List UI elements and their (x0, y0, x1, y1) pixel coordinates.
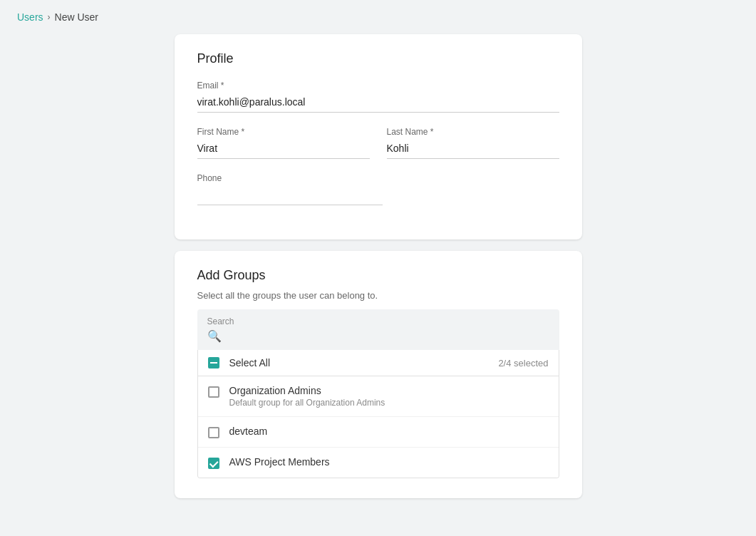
org-admins-desc: Default group for all Organization Admin… (229, 398, 385, 408)
phone-field[interactable] (197, 186, 383, 205)
search-label: Search (207, 316, 549, 326)
org-admins-info: Organization Admins Default group for al… (229, 385, 385, 408)
profile-card: Profile Email * First Name * Last Name *… (175, 34, 582, 239)
breadcrumb-current: New User (55, 11, 98, 23)
devteam-name: devteam (229, 426, 268, 437)
search-icon: 🔍 (207, 329, 222, 343)
groups-title: Add Groups (197, 268, 559, 283)
first-name-label: First Name * (197, 127, 370, 137)
email-group: Email * (197, 81, 559, 113)
groups-scroll[interactable]: Organization Admins Default group for al… (198, 376, 559, 478)
first-name-field[interactable] (197, 140, 370, 159)
search-input[interactable] (226, 331, 549, 342)
name-row: First Name * Last Name * (197, 127, 559, 173)
aws-project-name: AWS Project Members (229, 456, 330, 468)
list-item[interactable]: devteam (198, 417, 559, 448)
breadcrumb: Users › New User (0, 0, 756, 34)
breadcrumb-users-link[interactable]: Users (17, 11, 43, 23)
select-all-checkbox[interactable] (208, 357, 219, 368)
select-all-row[interactable]: Select All 2/4 selected (198, 350, 559, 376)
last-name-group: Last Name * (387, 127, 559, 159)
phone-label: Phone (197, 173, 383, 183)
search-icon-row: 🔍 (207, 329, 549, 343)
search-box: Search 🔍 (197, 309, 559, 350)
last-name-label: Last Name * (387, 127, 559, 137)
main-content: Profile Email * First Name * Last Name *… (157, 34, 599, 515)
list-item[interactable]: Organization Admins Default group for al… (198, 376, 559, 417)
groups-subtitle: Select all the groups the user can belon… (197, 290, 559, 301)
devteam-info: devteam (229, 426, 268, 437)
email-field[interactable] (197, 93, 559, 113)
groups-list-container: Select All 2/4 selected Organization Adm… (197, 350, 559, 478)
org-admins-checkbox[interactable] (208, 386, 219, 398)
last-name-field[interactable] (387, 140, 559, 159)
aws-project-checkbox[interactable] (208, 458, 219, 469)
first-name-group: First Name * (197, 127, 370, 159)
select-all-label: Select All (229, 357, 271, 368)
selected-count: 2/4 selected (498, 358, 548, 368)
list-item[interactable]: AWS Project Members (198, 448, 559, 478)
groups-card: Add Groups Select all the groups the use… (175, 251, 582, 498)
phone-group: Phone (197, 173, 383, 205)
devteam-checkbox[interactable] (208, 427, 219, 438)
email-label: Email * (197, 81, 559, 91)
aws-project-info: AWS Project Members (229, 456, 330, 468)
profile-title: Profile (197, 51, 559, 66)
select-all-left: Select All (208, 357, 271, 368)
breadcrumb-separator: › (48, 12, 51, 22)
org-admins-name: Organization Admins (229, 385, 385, 396)
